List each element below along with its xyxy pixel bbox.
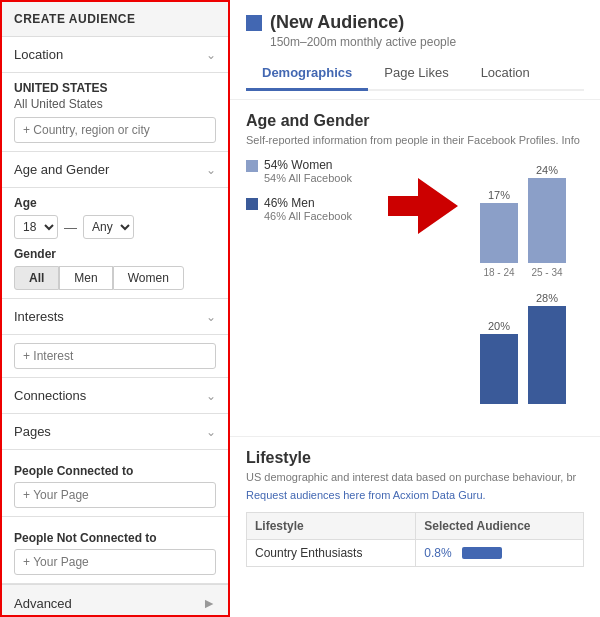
gender-field-label: Gender	[14, 247, 216, 261]
men-bar-18-24: 20%	[480, 320, 518, 408]
gender-men-button[interactable]: Men	[59, 266, 112, 290]
audience-icon	[246, 15, 262, 31]
women-25-34-bar	[528, 178, 566, 263]
location-label: Location	[14, 47, 63, 62]
age-field-label: Age	[14, 196, 216, 210]
gender-women-button[interactable]: Women	[113, 266, 184, 290]
red-arrow-icon	[388, 178, 458, 234]
women-18-24-bar	[480, 203, 518, 263]
advanced-section-toggle[interactable]: Advanced ►	[2, 584, 228, 617]
interests-label: Interests	[14, 309, 64, 324]
men-bars: 20% 28%	[480, 288, 566, 408]
men-bar-25-34: 28%	[528, 292, 566, 408]
women-bar-18-24: 17% 18 - 24	[480, 189, 518, 278]
women-legend-icon	[246, 160, 258, 172]
arrow-area	[388, 158, 458, 254]
women-legend: 54% Women 54% All Facebook	[246, 158, 376, 184]
audience-bar-container: 0.8%	[424, 546, 575, 560]
chart-area: 54% Women 54% All Facebook 46% Men 46% A…	[246, 158, 584, 408]
men-legend: 46% Men 46% All Facebook	[246, 196, 376, 222]
selected-audience-col-header: Selected Audience	[416, 513, 584, 540]
lifestyle-table: Lifestyle Selected Audience Country Enth…	[246, 512, 584, 567]
interest-input[interactable]	[14, 343, 216, 369]
women-bar-25-34: 24% 25 - 34	[528, 164, 566, 278]
table-row: Country Enthusiasts 0.8%	[247, 540, 584, 567]
audience-header: (New Audience) 150m–200m monthly active …	[230, 0, 600, 100]
not-connected-content: People Not Connected to	[2, 517, 228, 584]
women-18-24-pct: 17%	[488, 189, 510, 201]
men-25-34-pct: 28%	[536, 292, 558, 304]
left-panel: CREATE AUDIENCE Location ⌄ UNITED STATES…	[0, 0, 230, 617]
women-bars: 17% 18 - 24 24% 25 - 34	[480, 158, 566, 278]
men-25-34-bar	[528, 306, 566, 404]
age-dash: —	[64, 220, 77, 235]
tab-location[interactable]: Location	[465, 57, 546, 91]
lifestyle-desc: US demographic and interest data based o…	[246, 471, 584, 483]
men-18-24-pct: 20%	[488, 320, 510, 332]
women-sub-label: 54% All Facebook	[264, 172, 352, 184]
location-country: UNITED STATES	[14, 81, 216, 95]
connected-to-label: People Connected to	[14, 458, 216, 482]
demographics-content: Age and Gender Self-reported information…	[230, 100, 600, 436]
location-chevron-icon: ⌄	[206, 48, 216, 62]
gender-button-group: All Men Women	[14, 266, 216, 290]
lifestyle-col-header: Lifestyle	[247, 513, 416, 540]
interests-content	[2, 335, 228, 378]
bars-wrapper: 17% 18 - 24 24% 25 - 34 20%	[470, 158, 566, 408]
gender-all-button[interactable]: All	[14, 266, 59, 290]
legend-area: 54% Women 54% All Facebook 46% Men 46% A…	[246, 158, 376, 222]
connections-section-toggle[interactable]: Connections ⌄	[2, 378, 228, 414]
connections-label: Connections	[14, 388, 86, 403]
audience-pct: 0.8%	[424, 546, 456, 560]
not-connected-page-input[interactable]	[14, 549, 216, 575]
not-connected-to-label: People Not Connected to	[14, 525, 216, 549]
audience-bar-fill	[462, 547, 502, 559]
pages-section-toggle[interactable]: Pages ⌄	[2, 414, 228, 450]
location-content: UNITED STATES All United States	[2, 73, 228, 152]
pages-label: Pages	[14, 424, 51, 439]
men-18-24-bar	[480, 334, 518, 404]
location-sub: All United States	[14, 97, 216, 111]
age-gender-label: Age and Gender	[14, 162, 109, 177]
women-25-34-pct: 24%	[536, 164, 558, 176]
age-gender-section-toggle[interactable]: Age and Gender ⌄	[2, 152, 228, 188]
age-gender-desc: Self-reported information from people in…	[246, 134, 584, 146]
age-to-select[interactable]: Any	[83, 215, 134, 239]
pages-chevron-icon: ⌄	[206, 425, 216, 439]
lifestyle-title: Lifestyle	[246, 449, 584, 467]
tab-demographics[interactable]: Demographics	[246, 57, 368, 91]
location-input[interactable]	[14, 117, 216, 143]
svg-marker-0	[388, 178, 458, 234]
age-gender-content: Age 18 — Any Gender All Men Women	[2, 188, 228, 299]
age-gender-title: Age and Gender	[246, 112, 584, 130]
interests-section-toggle[interactable]: Interests ⌄	[2, 299, 228, 335]
audience-title: (New Audience)	[270, 12, 404, 33]
age-gender-chevron-icon: ⌄	[206, 163, 216, 177]
men-sub-label: 46% All Facebook	[264, 210, 352, 222]
women-pct-label: 54% Women	[264, 158, 352, 172]
tab-page-likes[interactable]: Page Likes	[368, 57, 464, 91]
connected-page-input[interactable]	[14, 482, 216, 508]
advanced-label: Advanced	[14, 596, 72, 611]
women-18-24-range: 18 - 24	[483, 267, 514, 278]
create-audience-header: CREATE AUDIENCE	[2, 2, 228, 37]
tabs-row: Demographics Page Likes Location	[246, 57, 584, 91]
lifestyle-link[interactable]: Request audiences here from Acxiom Data …	[246, 489, 486, 501]
lifestyle-section: Lifestyle US demographic and interest da…	[230, 436, 600, 579]
interests-chevron-icon: ⌄	[206, 310, 216, 324]
connections-chevron-icon: ⌄	[206, 389, 216, 403]
men-legend-icon	[246, 198, 258, 210]
audience-count: 150m–200m monthly active people	[270, 35, 584, 49]
age-from-select[interactable]: 18	[14, 215, 58, 239]
lifestyle-name: Country Enthusiasts	[247, 540, 416, 567]
women-25-34-range: 25 - 34	[531, 267, 562, 278]
right-panel: (New Audience) 150m–200m monthly active …	[230, 0, 600, 617]
men-pct-label: 46% Men	[264, 196, 352, 210]
location-section-toggle[interactable]: Location ⌄	[2, 37, 228, 73]
selected-audience-cell: 0.8%	[416, 540, 584, 567]
advanced-chevron-icon: ►	[202, 595, 216, 611]
connections-content: People Connected to	[2, 450, 228, 517]
